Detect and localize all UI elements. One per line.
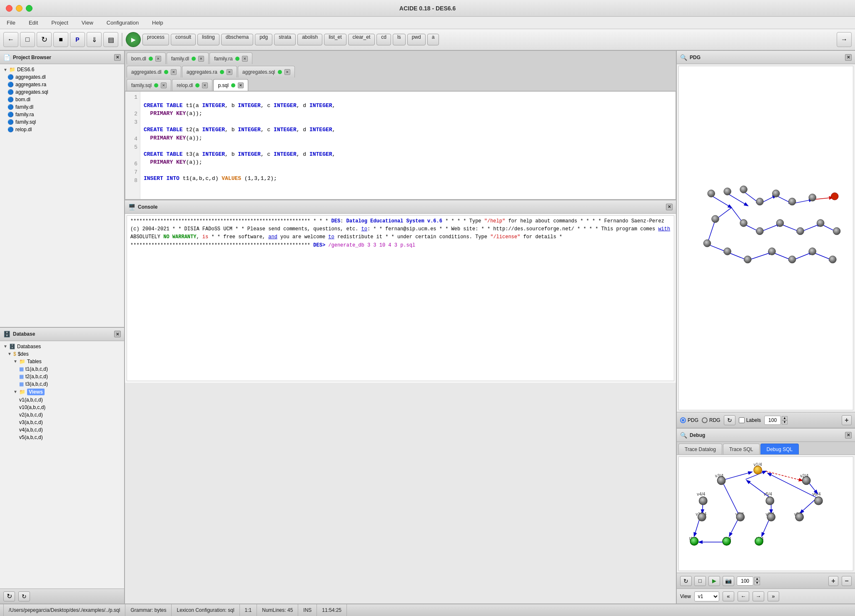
tab-close-family-sql[interactable]: ✕ xyxy=(161,82,167,88)
menu-help[interactable]: Help xyxy=(150,19,166,27)
view-item-2[interactable]: v2(a,b,c,d) xyxy=(2,411,122,419)
tab-close-relop-dl[interactable]: ✕ xyxy=(202,82,208,88)
debug-close[interactable]: ✕ xyxy=(845,432,852,439)
debug-sql-tab[interactable]: Debug SQL xyxy=(760,444,799,454)
db-add-btn[interactable]: ↻ xyxy=(18,591,30,601)
tree-file-0[interactable]: 🔵 aggregates.dl xyxy=(2,73,122,81)
pdg-add-button[interactable]: + xyxy=(842,415,852,425)
tree-file-6[interactable]: 🔵 family.sql xyxy=(2,118,122,126)
tab-close-bom[interactable]: ✕ xyxy=(155,56,161,62)
tab-close-p-sql[interactable]: ✕ xyxy=(238,82,244,88)
database-close[interactable]: ✕ xyxy=(114,331,121,337)
debug-minus-btn[interactable]: − xyxy=(842,576,852,586)
list-et-button[interactable]: list_et xyxy=(324,34,346,45)
debug-camera-btn[interactable]: 📷 xyxy=(723,576,734,586)
pdg-zoom-up[interactable]: ▲ xyxy=(782,416,788,420)
tree-file-4[interactable]: 🔵 family.dl xyxy=(2,103,122,111)
debug-zoom-value[interactable] xyxy=(737,576,753,586)
tab-family-sql[interactable]: family.sql ✕ xyxy=(127,79,171,91)
forward-button[interactable]: → xyxy=(837,32,852,47)
debug-nav-btn-3[interactable]: → xyxy=(753,591,764,601)
tab-bom-dl[interactable]: bom.dl ✕ xyxy=(127,52,166,64)
listing-button[interactable]: listing xyxy=(197,34,219,45)
tree-file-3[interactable]: 🔵 bom.dl xyxy=(2,96,122,103)
pdg-radio-option[interactable]: PDG xyxy=(680,417,698,423)
tab-family-ra[interactable]: family.ra ✕ xyxy=(209,52,252,64)
tab-aggregates-ra[interactable]: aggregates.ra ✕ xyxy=(182,66,237,77)
console-content[interactable]: ****************************************… xyxy=(127,215,674,381)
tab-close-aggregates-ra[interactable]: ✕ xyxy=(227,69,232,75)
abolish-button[interactable]: abolish xyxy=(297,34,322,45)
project-browser-close[interactable]: ✕ xyxy=(114,54,121,61)
menu-project[interactable]: Project xyxy=(49,19,70,27)
pdg-refresh-btn[interactable]: ↻ xyxy=(724,415,735,425)
debug-nav-btn-1[interactable]: « xyxy=(723,591,734,601)
close-button[interactable] xyxy=(6,5,12,12)
view-item-1[interactable]: v10(a,b,c,d) xyxy=(2,404,122,411)
debug-play-btn[interactable]: ▶ xyxy=(708,576,720,586)
consult-button[interactable]: consult xyxy=(171,34,196,45)
views-toggle[interactable]: ▼ xyxy=(13,389,19,394)
clear-et-button[interactable]: clear_et xyxy=(348,34,375,45)
tree-file-1[interactable]: 🔵 aggregates.ra xyxy=(2,81,122,88)
tab-close-aggregates-dl[interactable]: ✕ xyxy=(171,69,177,75)
ls-button[interactable]: ls xyxy=(393,34,406,45)
tab-aggregates-sql[interactable]: aggregates.sql ✕ xyxy=(238,66,295,77)
menu-configuration[interactable]: Configuration xyxy=(104,19,141,27)
process-button[interactable]: process xyxy=(142,34,169,45)
tables-node[interactable]: ▼ 📁 Tables xyxy=(2,358,122,365)
labels-checkbox[interactable] xyxy=(739,417,745,423)
refresh-button[interactable]: ↻ xyxy=(37,32,52,47)
list-button[interactable]: ▤ xyxy=(103,32,118,47)
play-button[interactable]: ▶ xyxy=(126,32,141,47)
view-item-3[interactable]: v3(a,b,c,d) xyxy=(2,419,122,426)
pdg-zoom-down[interactable]: ▼ xyxy=(782,420,788,424)
debug-zoom-up[interactable]: ▲ xyxy=(754,577,760,581)
databases-root[interactable]: ▼ 🗄️ Databases xyxy=(2,343,122,350)
tables-toggle[interactable]: ▼ xyxy=(13,359,19,364)
des-node[interactable]: ▼ $ $des xyxy=(2,350,122,358)
labels-checkbox-option[interactable]: Labels xyxy=(739,417,761,423)
tree-file-5[interactable]: 🔵 family.ra xyxy=(2,111,122,118)
tab-relop-dl[interactable]: relop.dl ✕ xyxy=(172,79,212,91)
minimize-button[interactable] xyxy=(16,5,22,12)
menu-view[interactable]: View xyxy=(79,19,96,27)
db-refresh-btn[interactable]: ↻ xyxy=(3,591,15,601)
tab-close-aggregates-sql[interactable]: ✕ xyxy=(284,69,290,75)
tree-root[interactable]: ▼ 📁 DES6.6 xyxy=(2,66,122,73)
new-file-button[interactable]: □ xyxy=(20,32,35,47)
pdg-zoom-value[interactable] xyxy=(764,416,781,425)
save-button[interactable]: ■ xyxy=(53,32,68,47)
pdg-button[interactable]: pdg xyxy=(255,34,272,45)
view-item-5[interactable]: v5(a,b,c,d) xyxy=(2,434,122,441)
rdg-radio-option[interactable]: RDG xyxy=(702,417,720,423)
trace-sql-tab[interactable]: Trace SQL xyxy=(723,444,760,454)
tab-family-dl[interactable]: family.dl ✕ xyxy=(167,52,209,64)
view-item-4[interactable]: v4(a,b,c,d) xyxy=(2,426,122,434)
code-editor[interactable]: CREATE TABLE t1(a INTEGER, b INTEGER, c … xyxy=(140,92,676,199)
des-toggle[interactable]: ▼ xyxy=(7,352,13,356)
table-item-2[interactable]: ▦ t3(a,b,c,d) xyxy=(2,380,122,388)
pwd-button[interactable]: pwd xyxy=(407,34,426,45)
pdg-radio-dot[interactable] xyxy=(680,417,686,423)
view-item-0[interactable]: v1(a,b,c,d) xyxy=(2,396,122,404)
debug-zoom-spinner[interactable]: ▲ ▼ xyxy=(737,576,760,586)
back-button[interactable]: ← xyxy=(3,32,18,47)
menu-file[interactable]: File xyxy=(4,19,18,27)
tab-aggregates-dl[interactable]: aggregates.dl ✕ xyxy=(127,66,181,77)
editor-area[interactable]: 1 2 3 4 5 6 7 8 CREATE TABLE t1(a INTEGE… xyxy=(125,91,676,200)
pdg-zoom-spinner[interactable]: ▲ ▼ xyxy=(764,416,788,425)
table-item-1[interactable]: ▦ t2(a,b,c,d) xyxy=(2,373,122,380)
root-toggle[interactable]: ▼ xyxy=(3,67,9,72)
cd-button[interactable]: cd xyxy=(376,34,391,45)
views-node[interactable]: ▼ 📁 Views xyxy=(2,388,122,396)
debug-zoom-down[interactable]: ▼ xyxy=(754,581,760,585)
tab-close-family-dl[interactable]: ✕ xyxy=(198,56,204,62)
fullscreen-button[interactable] xyxy=(26,5,32,12)
debug-copy-btn[interactable]: □ xyxy=(694,576,706,586)
debug-nav-btn-4[interactable]: » xyxy=(768,591,779,601)
debug-refresh-btn[interactable]: ↻ xyxy=(680,576,692,586)
a-button[interactable]: a xyxy=(427,34,439,45)
tree-file-2[interactable]: 🔵 aggregates.sql xyxy=(2,88,122,96)
tree-file-7[interactable]: 🔵 relop.dl xyxy=(2,126,122,133)
